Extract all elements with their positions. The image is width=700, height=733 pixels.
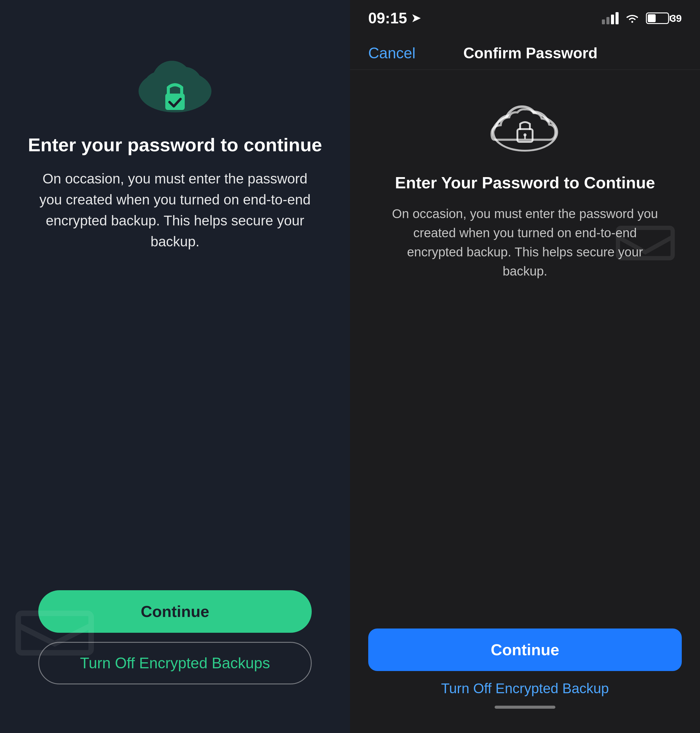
right-title: Enter Your Password to Continue: [395, 173, 655, 192]
left-description: On occasion, you must enter the password…: [38, 168, 312, 252]
turnoff-button-right[interactable]: Turn Off Encrypted Backup: [441, 680, 609, 696]
left-text-block: Enter your password to continue On occas…: [28, 134, 322, 252]
left-content: Enter your password to continue On occas…: [28, 55, 322, 252]
home-indicator: [495, 706, 555, 709]
cancel-button[interactable]: Cancel: [368, 44, 416, 62]
status-icons: 39: [602, 12, 682, 24]
cloud-lock-icon-left: [132, 55, 218, 115]
svg-rect-4: [165, 94, 185, 110]
battery-percent: 39: [670, 12, 682, 24]
battery-icon: 39: [646, 12, 682, 24]
status-bar: 09:15 ➤ 39: [350, 0, 700, 37]
nav-title: Confirm Password: [463, 44, 598, 62]
right-panel: 09:15 ➤ 39 Cancel Confirm Password: [350, 0, 700, 733]
wifi-icon: [625, 13, 640, 24]
svg-point-6: [631, 21, 633, 23]
location-arrow-icon: ➤: [411, 12, 421, 25]
cloud-lock-icon-right: [485, 100, 565, 155]
status-time: 09:15 ➤: [368, 9, 421, 27]
watermark-right: [615, 213, 676, 263]
left-panel: Enter your password to continue On occas…: [0, 0, 350, 733]
signal-icon: [602, 12, 619, 24]
nav-bar: Cancel Confirm Password: [350, 37, 700, 70]
right-bottom: Continue Turn Off Encrypted Backup: [350, 629, 700, 709]
watermark-left: [15, 595, 94, 657]
continue-button-right[interactable]: Continue: [368, 629, 682, 671]
left-title: Enter your password to continue: [28, 134, 322, 156]
